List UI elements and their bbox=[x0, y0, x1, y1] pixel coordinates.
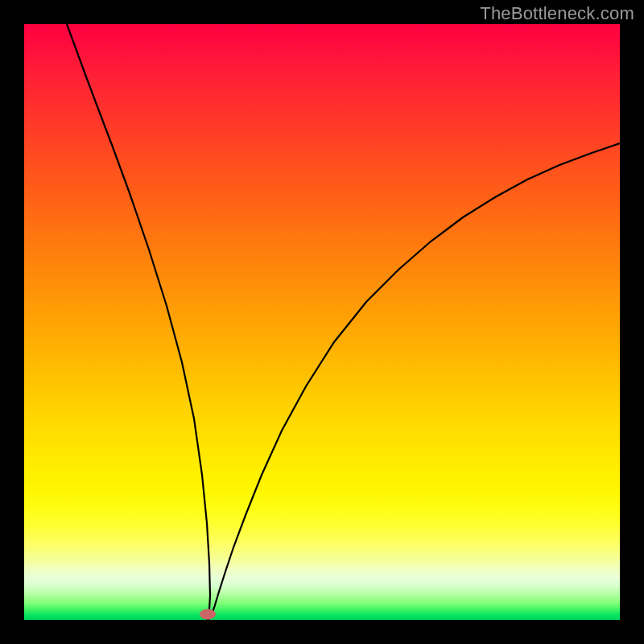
bottleneck-curve bbox=[67, 24, 620, 620]
optimum-marker bbox=[200, 609, 216, 620]
curve-svg bbox=[24, 24, 620, 620]
plot-area bbox=[24, 24, 620, 620]
watermark-text: TheBottleneck.com bbox=[480, 3, 634, 24]
chart-container: TheBottleneck.com bbox=[0, 0, 644, 644]
